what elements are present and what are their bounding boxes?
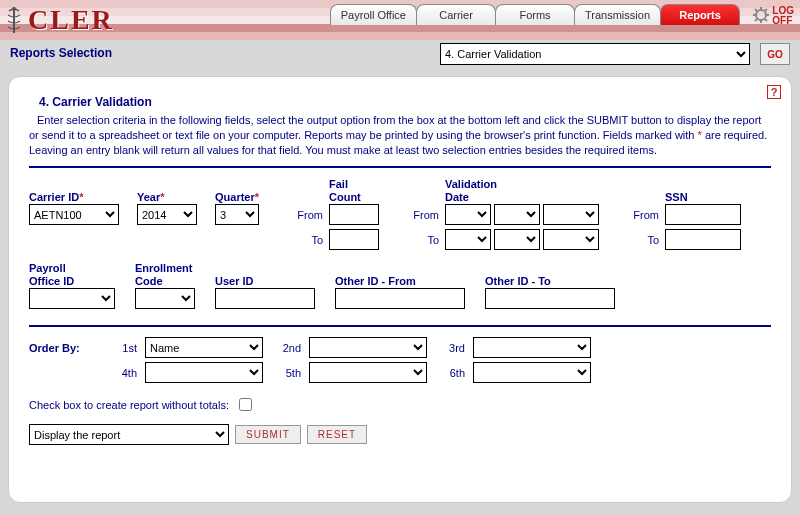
- go-button[interactable]: GO: [760, 43, 790, 65]
- orderby-2-select[interactable]: [309, 337, 427, 358]
- valdate-from-yy[interactable]: [543, 204, 599, 225]
- no-totals-checkbox[interactable]: [239, 398, 252, 411]
- payroll-office-id-select[interactable]: [29, 288, 115, 309]
- svg-line-8: [765, 9, 767, 11]
- carrier-id-select[interactable]: AETN100: [29, 204, 119, 225]
- page-title: Reports Selection: [10, 46, 112, 60]
- order-by-section: Order By: 1st Name 2nd 3rd 4th 5th 6th: [29, 337, 771, 383]
- valdate-from-mm[interactable]: [445, 204, 491, 225]
- group-validation-date: Validation Date From To: [405, 178, 599, 250]
- label-other-id-from: Other ID - From: [335, 262, 465, 288]
- desc-pre: Enter selection criteria in the followin…: [29, 114, 761, 141]
- label-from-3: From: [625, 209, 665, 221]
- ssn-from-input[interactable]: [665, 204, 741, 225]
- orderby-3-select[interactable]: [473, 337, 591, 358]
- panel-description: Enter selection criteria in the followin…: [29, 113, 771, 158]
- label-ord3: 3rd: [435, 342, 465, 354]
- enrollment-code-select[interactable]: [135, 288, 195, 309]
- group-ssn: SSN From To: [625, 178, 741, 250]
- label-ord6: 6th: [435, 367, 465, 379]
- valdate-to-mm[interactable]: [445, 229, 491, 250]
- year-select[interactable]: 2014: [137, 204, 197, 225]
- label-ord4: 4th: [107, 367, 137, 379]
- submit-button[interactable]: SUBMIT: [235, 425, 301, 444]
- label-ssn: SSN: [665, 178, 741, 204]
- label-order-by: Order By:: [29, 342, 99, 354]
- valdate-to-dd[interactable]: [494, 229, 540, 250]
- label-to-3: To: [625, 234, 665, 246]
- label-to-1: To: [289, 234, 329, 246]
- group-enrollment-code: Enrollment Code: [135, 262, 195, 309]
- tab-carrier[interactable]: Carrier: [416, 4, 496, 25]
- group-payroll-office-id: Payroll Office ID: [29, 262, 115, 309]
- svg-point-1: [756, 10, 766, 20]
- label-enrollment-code: Enrollment Code: [135, 262, 195, 288]
- label-user-id: User ID: [215, 262, 315, 288]
- ssn-to-input[interactable]: [665, 229, 741, 250]
- label-ord5: 5th: [271, 367, 301, 379]
- label-from-1: From: [289, 209, 329, 221]
- tab-reports[interactable]: Reports: [660, 4, 740, 25]
- quarter-select[interactable]: 3: [215, 204, 259, 225]
- label-to-2: To: [405, 234, 445, 246]
- group-user-id: User ID: [215, 262, 315, 309]
- panel: ? 4. Carrier Validation Enter selection …: [8, 76, 792, 503]
- panel-title: 4. Carrier Validation: [39, 95, 771, 109]
- valdate-to-yy[interactable]: [543, 229, 599, 250]
- label-payroll-office-id: Payroll Office ID: [29, 262, 115, 288]
- caduceus-icon: [4, 5, 24, 35]
- label-year: Year: [137, 178, 197, 204]
- label-other-id-to: Other ID - To: [485, 262, 615, 288]
- header-stripe: CLER Payroll Office Carrier Forms Transm…: [0, 0, 800, 40]
- orderby-5-select[interactable]: [309, 362, 427, 383]
- user-id-input[interactable]: [215, 288, 315, 309]
- subbar: Reports Selection 4. Carrier Validation …: [0, 40, 800, 68]
- label-carrier-id: Carrier ID: [29, 178, 119, 204]
- logo-text: CLER: [28, 4, 114, 36]
- label-ord1: 1st: [107, 342, 137, 354]
- fail-count-from-input[interactable]: [329, 204, 379, 225]
- logoff-text: LOG OFF: [772, 6, 794, 26]
- logoff-link[interactable]: LOG OFF: [753, 6, 794, 26]
- help-icon[interactable]: ?: [767, 85, 781, 99]
- svg-line-6: [755, 9, 757, 11]
- label-validation-date: Validation Date: [445, 178, 599, 204]
- logo: CLER: [0, 0, 114, 40]
- tab-payroll-office[interactable]: Payroll Office: [330, 4, 417, 25]
- label-fail-count: Fail Count: [329, 178, 379, 204]
- label-from-2: From: [405, 209, 445, 221]
- svg-point-0: [12, 7, 16, 11]
- fail-count-to-input[interactable]: [329, 229, 379, 250]
- group-quarter: Quarter 3: [215, 178, 271, 250]
- svg-line-9: [755, 19, 757, 21]
- report-select[interactable]: 4. Carrier Validation: [440, 43, 750, 65]
- tabs: Payroll Office Carrier Forms Transmissio…: [331, 4, 740, 25]
- group-fail-count: Fail Count From To: [289, 178, 379, 250]
- orderby-4-select[interactable]: [145, 362, 263, 383]
- label-quarter: Quarter: [215, 178, 271, 204]
- other-id-from-input[interactable]: [335, 288, 465, 309]
- checkbox-line: Check box to create report without total…: [29, 395, 771, 414]
- reset-button[interactable]: RESET: [307, 425, 367, 444]
- svg-line-7: [765, 19, 767, 21]
- other-id-to-input[interactable]: [485, 288, 615, 309]
- valdate-from-dd[interactable]: [494, 204, 540, 225]
- label-ord2: 2nd: [271, 342, 301, 354]
- action-row: Display the report SUBMIT RESET: [29, 424, 771, 445]
- group-year: Year 2014: [137, 178, 197, 250]
- orderby-6-select[interactable]: [473, 362, 591, 383]
- tab-transmission[interactable]: Transmission: [574, 4, 661, 25]
- label-no-totals: Check box to create report without total…: [29, 399, 229, 411]
- group-carrier-id: Carrier ID AETN100: [29, 178, 119, 250]
- divider-1: [29, 166, 771, 168]
- orderby-1-select[interactable]: Name: [145, 337, 263, 358]
- output-option-select[interactable]: Display the report: [29, 424, 229, 445]
- tab-forms[interactable]: Forms: [495, 4, 575, 25]
- gear-icon: [753, 7, 769, 25]
- divider-2: [29, 325, 771, 327]
- group-other-id-to: Other ID - To: [485, 262, 615, 309]
- group-other-id-from: Other ID - From: [335, 262, 465, 309]
